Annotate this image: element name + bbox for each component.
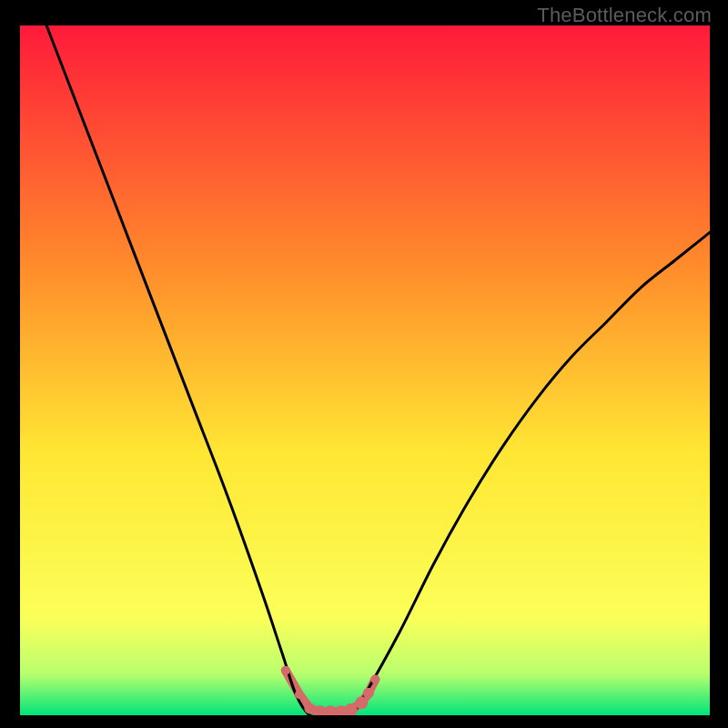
marker-dot: [281, 666, 290, 675]
chart-frame: TheBottleneck.com: [0, 0, 728, 728]
watermark-text: TheBottleneck.com: [537, 4, 712, 27]
marker-dot: [304, 703, 315, 713]
marker-dot: [370, 675, 379, 684]
marker-dot: [295, 690, 304, 699]
gradient-background: [20, 25, 710, 715]
chart-svg: [20, 25, 710, 715]
plot-area: [20, 25, 710, 715]
marker-dot: [355, 696, 368, 709]
marker-dot: [363, 688, 374, 699]
